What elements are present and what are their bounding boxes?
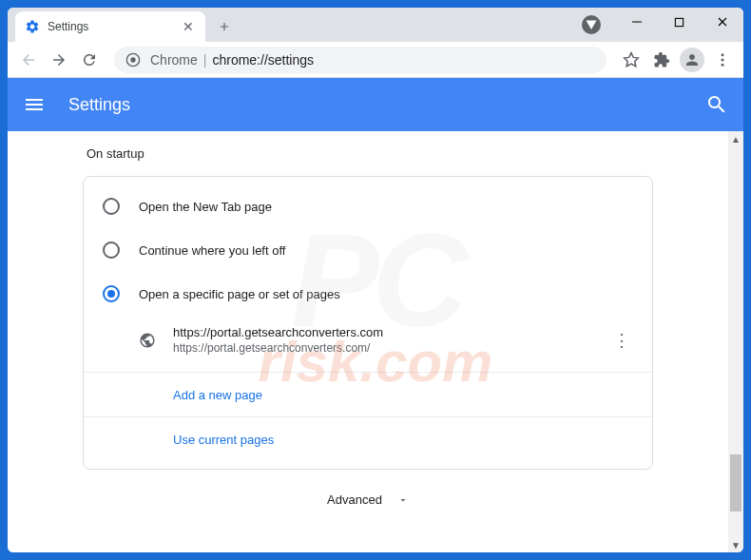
svg-point-5 xyxy=(130,57,135,62)
settings-content: On startup Open the New Tab page Continu… xyxy=(8,131,728,552)
address-separator: | xyxy=(203,52,207,68)
radio-icon xyxy=(103,198,120,215)
browser-tab[interactable]: Settings ✕ xyxy=(15,11,205,42)
radio-icon xyxy=(103,241,120,259)
forward-button[interactable] xyxy=(46,47,72,73)
scroll-thumb[interactable] xyxy=(730,454,741,512)
radio-new-tab[interactable]: Open the New Tab page xyxy=(84,184,652,228)
chrome-icon xyxy=(125,52,141,68)
svg-point-8 xyxy=(722,58,724,61)
use-current-row: Use current pages xyxy=(84,416,652,461)
close-window-button[interactable] xyxy=(701,8,743,36)
use-current-link[interactable]: Use current pages xyxy=(173,433,274,447)
scroll-up-arrow[interactable]: ▲ xyxy=(728,131,743,146)
advanced-toggle[interactable]: Advanced xyxy=(83,470,653,514)
page-more-button[interactable]: ⋮ xyxy=(610,330,633,351)
profile-button[interactable] xyxy=(679,47,705,73)
hamburger-menu-icon[interactable] xyxy=(23,93,46,116)
window-controls xyxy=(615,8,743,36)
section-title: On startup xyxy=(83,146,653,161)
add-page-row: Add a new page xyxy=(84,372,652,416)
startup-page-title: https://portal.getsearchconverters.com xyxy=(173,325,610,339)
browser-toolbar: Chrome | chrome://settings xyxy=(8,42,743,78)
radio-label: Continue where you left off xyxy=(139,243,285,258)
startup-page-entry: https://portal.getsearchconverters.com h… xyxy=(84,316,652,364)
chevron-down-icon xyxy=(397,494,409,506)
svg-rect-1 xyxy=(675,18,683,26)
scroll-down-arrow[interactable]: ▼ xyxy=(728,537,743,552)
maximize-button[interactable] xyxy=(658,8,701,36)
address-prefix: Chrome xyxy=(150,52,198,68)
svg-marker-6 xyxy=(625,52,639,66)
search-icon[interactable] xyxy=(705,93,728,116)
minimize-button[interactable] xyxy=(615,8,658,36)
startup-card: Open the New Tab page Continue where you… xyxy=(83,176,653,470)
radio-continue[interactable]: Continue where you left off xyxy=(84,228,652,272)
incognito-badge xyxy=(582,15,601,34)
avatar-icon xyxy=(680,48,704,72)
bookmark-star-icon[interactable] xyxy=(618,47,645,73)
tab-title: Settings xyxy=(48,20,181,33)
plus-icon xyxy=(218,20,231,33)
back-button[interactable] xyxy=(15,47,42,73)
advanced-label: Advanced xyxy=(327,492,382,507)
add-page-link[interactable]: Add a new page xyxy=(173,388,262,402)
settings-title: Settings xyxy=(68,95,705,115)
svg-point-9 xyxy=(722,63,724,66)
menu-button[interactable] xyxy=(709,47,736,73)
radio-icon-selected xyxy=(103,285,120,302)
address-bar[interactable]: Chrome | chrome://settings xyxy=(114,47,607,73)
settings-gear-icon xyxy=(25,19,40,34)
extensions-icon[interactable] xyxy=(648,47,675,73)
titlebar: Settings ✕ xyxy=(8,8,743,42)
settings-header: Settings xyxy=(8,78,743,131)
radio-label: Open the New Tab page xyxy=(139,200,272,214)
startup-page-url: https://portal.getsearchconverters.com/ xyxy=(173,341,610,355)
globe-icon xyxy=(139,332,156,349)
svg-point-7 xyxy=(722,53,724,56)
reload-button[interactable] xyxy=(76,47,103,73)
address-path: chrome://settings xyxy=(212,52,314,68)
new-tab-button[interactable] xyxy=(211,13,238,40)
radio-label: Open a specific page or set of pages xyxy=(139,287,340,301)
scrollbar[interactable]: ▲ ▼ xyxy=(728,131,743,552)
close-tab-icon[interactable]: ✕ xyxy=(181,19,196,34)
radio-specific-pages[interactable]: Open a specific page or set of pages xyxy=(84,272,652,316)
